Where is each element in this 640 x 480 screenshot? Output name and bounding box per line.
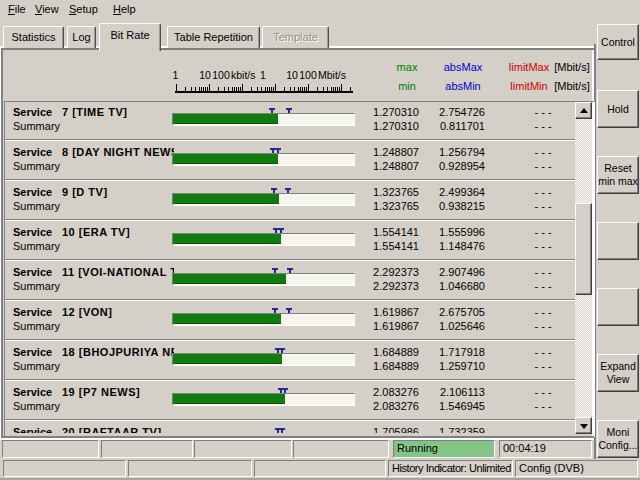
service-label: Service11 [VOI-NATIONAL TV] [13,266,174,280]
status-cell-empty [101,440,193,458]
tab-log[interactable]: Log [67,26,96,48]
limitmin-value: - - - [510,280,575,292]
softkey-label: View [598,373,638,386]
service-list-frame: Service7 [TIME TV]Summary1.2703102.75472… [4,101,595,437]
ruler-tick-minor [251,87,252,91]
tab-template[interactable]: Template [262,26,329,48]
ruler-tick-minor [290,87,291,91]
softkey-moni-config[interactable]: MoniConfig... [597,420,639,458]
service-summary: Summary [13,280,60,292]
service-row[interactable]: Service10 [ERA TV]Summary1.5541411.55599… [5,223,575,263]
menu-view[interactable]: View [35,2,59,17]
scroll-down-button[interactable] [575,417,592,434]
service-word: Service [13,146,52,158]
ruler-tick-minor [228,87,229,91]
scale-label: 10 [199,69,211,81]
absmax-value: 1.555996 [393,226,485,238]
ruler-tick-minor [350,87,351,91]
limitmax-value: - - - [510,186,575,198]
status-cell-empty [254,460,386,477]
bitrate-bar [173,234,281,244]
service-row[interactable]: Service18 [BHOJPURIYA NEWS]Summary1.6848… [5,343,575,383]
column-header-absMin: absMin [445,80,480,92]
menu-help[interactable]: Help [113,2,136,17]
tab-bit-rate[interactable]: Bit Rate [99,23,161,51]
ruler-tick-minor [195,87,196,91]
service-summary: Summary [13,120,60,132]
ruler-tick-minor [339,87,340,91]
softkey-label: Moni [598,426,638,439]
absmin-marker-icon [272,268,278,273]
service-row[interactable]: Service19 [P7 NEWS]Summary2.0832762.1061… [5,383,575,423]
service-word: Service [13,426,52,433]
tab-table-repetition[interactable]: Table Repetition [167,26,260,48]
service-label: Service10 [ERA TV] [13,226,174,240]
softkey-expand-view[interactable]: ExpandView [597,354,639,392]
ruler-tick-minor [267,87,268,91]
menu-mnemonic: F [8,3,15,15]
absmax-value: 1.256794 [393,146,485,158]
menu-setup[interactable]: Setup [69,2,98,17]
service-row[interactable]: Service9 [D TV]Summary1.3237652.499364- … [5,183,575,223]
scale-label: 100 [212,69,230,81]
row-separator-highlight [5,340,575,341]
ruler-tick-minor [269,87,270,91]
service-name: 8 [DAY NIGHT NEWS] [62,146,174,158]
marker-stem [289,270,291,273]
ruler-tick-minor [302,87,303,91]
service-row[interactable]: Service12 [VON]Summary1.6198672.675705- … [5,303,575,343]
service-word: Service [13,346,52,358]
scale-label: 1 [173,69,179,81]
ruler-tick-major [275,84,276,91]
absmax-marker-icon [286,108,292,113]
softkey-hold[interactable]: Hold [597,90,639,128]
service-row[interactable]: Service11 [VOI-NATIONAL TV]Summary2.2923… [5,263,575,303]
service-row[interactable]: Service7 [TIME TV]Summary1.2703102.75472… [5,103,575,143]
tab-statistics[interactable]: Statistics [3,26,64,48]
service-name: 9 [D TV] [62,186,108,198]
service-row[interactable]: Service8 [DAY NIGHT NEWS]Summary1.248807… [5,143,575,183]
bitrate-bar [173,194,279,204]
softkey-blank-4[interactable] [597,288,639,326]
scale-label: Mbit/s [318,69,346,81]
row-separator-highlight [5,220,575,221]
scrollbar-thumb[interactable] [575,203,592,295]
vertical-scrollbar[interactable] [575,102,592,434]
ruler-tick-minor [335,87,336,91]
service-word: Service [13,106,52,118]
limitmax-value: - - - [510,426,575,433]
marker-stem [281,430,283,433]
status-bar-top: Running00:04:19 [0,440,594,458]
marker-stem [273,190,275,193]
column-header-limitMin: limitMin [510,80,547,92]
absmax-value: 2.499364 [393,186,485,198]
softkey-label: Reset [598,162,638,175]
row-separator-highlight [5,180,575,181]
column-header-min: min [398,80,416,92]
status-cell-empty [2,440,99,458]
service-summary: Summary [13,200,60,212]
absmax-marker-icon [282,388,288,393]
scroll-up-button[interactable] [575,102,592,119]
row-separator-highlight [5,260,575,261]
absmax-value: 1.732359 [393,426,485,433]
marker-stem [281,350,283,353]
softkey-blank-3[interactable] [597,222,639,260]
menu-file[interactable]: File [8,2,26,17]
ruler-tick-minor [201,87,202,91]
ruler-tick-minor [333,87,334,91]
softkey-control[interactable]: Control [597,24,639,60]
absmax-marker-icon [287,268,293,273]
application-window: FileViewSetupHelp StatisticsLogBit RateT… [0,0,640,480]
marker-stem [274,270,276,273]
softkey-reset-min-max[interactable]: Resetmin max [597,156,639,194]
absmax-marker-icon [275,148,281,153]
service-row[interactable]: Service20 [RAFTAAR TV]Summary1.7059861.7… [5,423,575,433]
marker-stem [287,190,289,193]
column-header-absMax: absMax [444,61,483,73]
limitmin-value: - - - [510,120,575,132]
ruler-tick-minor [271,87,272,91]
ruler-tick-minor [218,87,219,91]
ruler-tick-minor [265,87,266,91]
ruler-tick-minor [205,87,206,91]
